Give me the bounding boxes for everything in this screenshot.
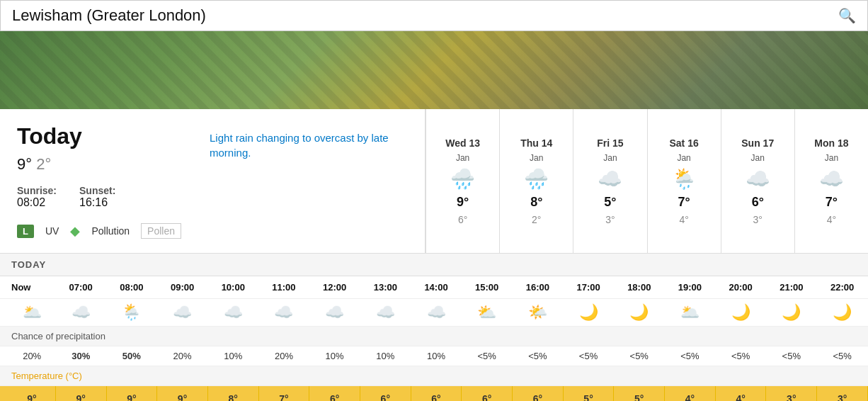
forecast-high: 7° — [826, 195, 838, 210]
precip-val-1: 30% — [55, 346, 106, 366]
forecast-icon: 🌦️ — [672, 167, 697, 191]
precip-val-10: <5% — [513, 346, 564, 366]
temp-label: Temperature (°C) — [0, 366, 868, 386]
precip-val-13: <5% — [665, 346, 716, 366]
forecast-icon: 🌧️ — [524, 167, 549, 191]
uv-label: UV — [45, 225, 59, 237]
hourly-section: TODAY Now07:0008:0009:0010:0011:0012:001… — [0, 253, 868, 401]
today-panel: Today 9° 2° Sunrise: 08:02 Sunset: 16:16 — [0, 109, 426, 253]
forecast-day-2: Fri 15 Jan ☁️ 5° 3° — [573, 109, 646, 253]
temp-val-14: 4° — [715, 386, 766, 402]
search-button[interactable]: 🔍 — [838, 7, 856, 24]
hourly-icon-14: 🌙 — [715, 299, 766, 327]
temp-val-2: 9° — [106, 386, 157, 402]
today-low: 2° — [36, 155, 51, 173]
forecast-month: Jan — [530, 153, 543, 163]
today-description: Light rain changing to overcast by late … — [210, 130, 408, 160]
forecast-icon: ☁️ — [746, 167, 770, 191]
precip-val-2: 50% — [106, 346, 157, 366]
hour-5: 11:00 — [258, 276, 309, 299]
sunrise-label: Sunrise: — [17, 185, 57, 196]
hourly-icon-10: 🌤️ — [513, 299, 564, 327]
hourly-icon-9: ⛅ — [462, 299, 513, 327]
page-title: Lewisham (Greater London) — [12, 6, 206, 25]
sunrise-time: 08:02 — [17, 196, 45, 208]
forecast-day-1: Thu 14 Jan 🌧️ 8° 2° — [499, 109, 573, 253]
forecast-low: 3° — [753, 214, 763, 225]
hero-image — [0, 31, 868, 109]
forecast-day-name: Sat 16 — [669, 137, 698, 149]
hour-9: 15:00 — [462, 276, 513, 299]
hourly-table: Now07:0008:0009:0010:0011:0012:0013:0014… — [0, 276, 868, 401]
today-label: Today — [17, 123, 181, 149]
forecast-day-5: Mon 18 Jan ☁️ 7° 4° — [794, 109, 868, 253]
hourly-icon-7: ☁️ — [360, 299, 411, 327]
forecast-low: 2° — [532, 214, 541, 225]
forecast-day-name: Fri 15 — [597, 137, 623, 149]
hourly-icon-3: ☁️ — [157, 299, 208, 327]
forecast-high: 5° — [604, 195, 616, 210]
hourly-icon-1: ☁️ — [55, 299, 106, 327]
forecast-icon: 🌧️ — [450, 167, 475, 191]
hourly-icon-16: 🌙 — [817, 299, 868, 327]
temp-val-9: 6° — [462, 386, 513, 402]
hourly-icon-5: ☁️ — [258, 299, 309, 327]
sunset-label: Sunset: — [79, 185, 115, 196]
hourly-icon-12: 🌙 — [614, 299, 665, 327]
temp-val-12: 5° — [614, 386, 665, 402]
hourly-icon-4: ☁️ — [207, 299, 258, 327]
precip-val-8: 10% — [411, 346, 462, 366]
today-section-label: TODAY — [0, 254, 868, 276]
forecast-high: 9° — [457, 195, 469, 210]
hour-6: 12:00 — [309, 276, 360, 299]
precip-val-9: <5% — [462, 346, 513, 366]
precip-val-14: <5% — [715, 346, 766, 366]
hour-4: 10:00 — [207, 276, 258, 299]
hour-16: 22:00 — [817, 276, 868, 299]
sunset-time: 16:16 — [79, 196, 108, 208]
forecast-grid: Wed 13 Jan 🌧️ 9° 6° Thu 14 Jan 🌧️ 8° 2° … — [426, 109, 868, 253]
precip-val-12: <5% — [614, 346, 665, 366]
precip-val-6: 10% — [309, 346, 360, 366]
uv-pollution-row: L UV ◆ Pollution Pollen — [17, 223, 181, 239]
temp-val-6: 6° — [309, 386, 360, 402]
hour-13: 19:00 — [665, 276, 716, 299]
temp-val-5: 7° — [258, 386, 309, 402]
pollen-label: Pollen — [141, 223, 181, 239]
temp-val-15: 3° — [766, 386, 817, 402]
hourly-icon-0: 🌥️ — [0, 299, 55, 327]
forecast-day-name: Thu 14 — [520, 137, 552, 149]
sunrise-item: Sunrise: 08:02 — [17, 185, 57, 209]
temp-val-16: 3° — [817, 386, 868, 402]
precip-val-15: <5% — [766, 346, 817, 366]
today-high: 9° — [17, 155, 32, 173]
forecast-high: 7° — [678, 195, 690, 210]
precip-val-3: 20% — [157, 346, 208, 366]
forecast-day-name: Sun 17 — [741, 137, 774, 149]
sunset-item: Sunset: 16:16 — [79, 185, 115, 209]
hour-8: 14:00 — [411, 276, 462, 299]
hour-3: 09:00 — [157, 276, 208, 299]
hour-15: 21:00 — [766, 276, 817, 299]
hourly-icon-6: ☁️ — [309, 299, 360, 327]
uv-badge: L — [17, 225, 34, 238]
forecast-day-0: Wed 13 Jan 🌧️ 9° 6° — [426, 109, 499, 253]
forecast-month: Jan — [677, 153, 690, 163]
temp-val-3: 9° — [157, 386, 208, 402]
forecast-low: 4° — [679, 214, 688, 225]
hour-1: 07:00 — [55, 276, 106, 299]
precip-val-5: 20% — [258, 346, 309, 366]
temp-val-10: 6° — [513, 386, 564, 402]
temp-val-1: 9° — [55, 386, 106, 402]
hourly-icon-8: ☁️ — [411, 299, 462, 327]
hour-0: Now — [0, 276, 55, 299]
hour-12: 18:00 — [614, 276, 665, 299]
forecast-day-name: Wed 13 — [445, 137, 480, 149]
temp-val-4: 8° — [207, 386, 258, 402]
forecast-high: 8° — [530, 195, 542, 210]
temp-val-7: 6° — [360, 386, 411, 402]
temp-val-0: 9° — [0, 386, 55, 402]
precip-val-4: 10% — [207, 346, 258, 366]
hourly-icon-15: 🌙 — [766, 299, 817, 327]
temp-val-11: 5° — [563, 386, 614, 402]
